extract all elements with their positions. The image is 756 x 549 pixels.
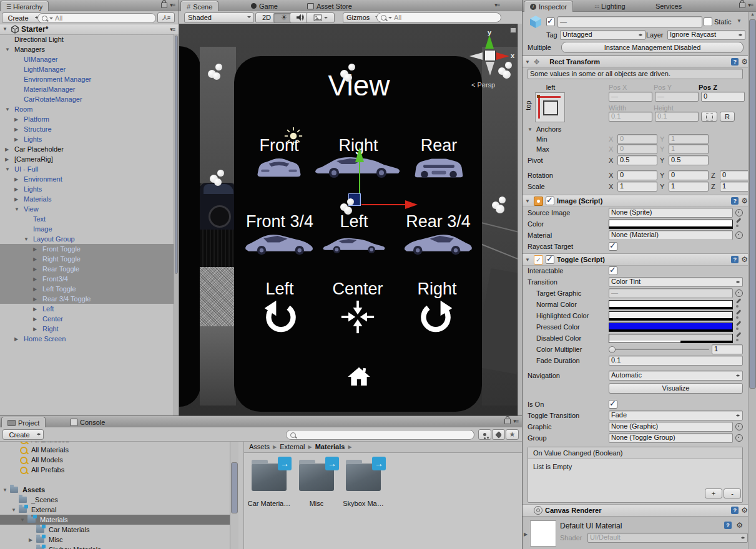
- hierarchy-item-right[interactable]: ▶Right: [0, 324, 174, 334]
- rotation-y-field[interactable]: 0: [669, 170, 709, 180]
- expand-arrow-icon[interactable]: ▶: [14, 197, 18, 202]
- hierarchy-item-right-toggle[interactable]: ▶Right Toggle: [0, 254, 174, 264]
- hierarchy-item-lights[interactable]: ▶Lights: [0, 184, 174, 194]
- expand-arrow-icon[interactable]: ▶: [33, 276, 37, 282]
- lock-icon[interactable]: [739, 2, 745, 8]
- favorites-button[interactable]: ★: [506, 429, 519, 440]
- eyedropper-icon[interactable]: [735, 334, 743, 342]
- source-image-field[interactable]: None (Sprite): [609, 208, 733, 218]
- rotate-left-label[interactable]: Left: [265, 279, 293, 299]
- fade-duration-field[interactable]: 0.1: [609, 356, 743, 366]
- expand-arrow-icon[interactable]: ▶: [14, 117, 18, 122]
- expand-arrow-icon[interactable]: ▶: [33, 266, 37, 272]
- hierarchy-item-front3-4[interactable]: ▶Front3/4: [0, 274, 174, 284]
- expand-arrow-icon[interactable]: ▶: [14, 127, 18, 132]
- foldout-icon[interactable]: ▼: [525, 59, 531, 65]
- color-swatch[interactable]: [609, 220, 733, 229]
- scene-viewport[interactable]: View Front Right Rear Front 3/4 Left Rea…: [179, 24, 522, 415]
- static-checkbox[interactable]: [704, 17, 712, 26]
- project-item-misc[interactable]: ▶Misc: [0, 535, 230, 545]
- eyedropper-icon[interactable]: [735, 323, 743, 331]
- panel-menu-icon[interactable]: ▾≡: [513, 418, 518, 424]
- expand-arrow-icon[interactable]: ▼: [11, 507, 16, 513]
- gizmos-dropdown[interactable]: Gizmos: [343, 12, 381, 23]
- help-icon[interactable]: ?: [731, 507, 739, 514]
- tab-inspector[interactable]: i Inspector: [524, 1, 573, 12]
- hierarchy-item-managers[interactable]: ▼Managers: [0, 44, 174, 54]
- scene-menu-icon[interactable]: ▾≡: [170, 26, 175, 32]
- remove-event-button[interactable]: -: [724, 488, 741, 498]
- expand-arrow-icon[interactable]: ▼: [24, 236, 29, 242]
- hierarchy-item-environment[interactable]: ▶Environment: [0, 174, 174, 184]
- car-front-icon[interactable]: [249, 153, 309, 181]
- object-picker-icon[interactable]: [735, 423, 743, 430]
- hierarchy-item-text[interactable]: Text: [0, 214, 174, 224]
- tab-project[interactable]: Project: [1, 417, 46, 428]
- hierarchy-item-lights[interactable]: ▶Lights: [0, 134, 174, 144]
- hierarchy-item-lightmanager[interactable]: LightManager: [0, 64, 174, 74]
- tab-game[interactable]: Game: [245, 1, 283, 11]
- hierarchy-item-materials[interactable]: ▶Materials: [0, 194, 174, 204]
- hierarchy-item-platform[interactable]: ▶Platform: [0, 114, 174, 124]
- lock-icon[interactable]: [510, 27, 516, 33]
- expand-arrow-icon[interactable]: ▶: [14, 187, 18, 192]
- scene-effects-button[interactable]: [306, 12, 335, 23]
- pressed-color-swatch[interactable]: [609, 323, 733, 332]
- hierarchy-item-rear-3-4-toggle[interactable]: ▶Rear 3/4 Toggle: [0, 294, 174, 304]
- expand-arrow-icon[interactable]: ▶: [33, 306, 37, 312]
- project-item-assets[interactable]: ▼Assets: [0, 485, 230, 495]
- expand-arrow-icon[interactable]: ▶: [5, 157, 9, 162]
- scroll-up-icon[interactable]: ▲: [749, 12, 756, 16]
- hierarchy-item-center[interactable]: ▶Center: [0, 314, 174, 324]
- gizmo-x-cone[interactable]: [496, 52, 509, 60]
- color-multiplier-field[interactable]: 1: [712, 344, 743, 354]
- target-graphic-field[interactable]: —: [609, 288, 733, 298]
- lock-icon[interactable]: [504, 419, 511, 424]
- project-item-car-materials[interactable]: Car Materials: [0, 525, 230, 535]
- toggle-transition-dropdown[interactable]: Fade: [609, 411, 743, 420]
- tab-scene[interactable]: # Scene: [180, 1, 218, 12]
- anchors-foldout-icon[interactable]: ▼: [528, 127, 534, 132]
- scene-orientation-gizmo[interactable]: y x < Persp: [466, 25, 520, 94]
- eyedropper-icon[interactable]: [735, 301, 743, 308]
- visualize-button[interactable]: Visualize: [609, 383, 743, 394]
- hierarchy-item-left-toggle[interactable]: ▶Left Toggle: [0, 284, 174, 294]
- object-name-field[interactable]: —: [557, 16, 702, 27]
- breadcrumb-assets[interactable]: Assets: [249, 443, 270, 450]
- expand-arrow-icon[interactable]: ▶: [33, 286, 37, 292]
- min-y-field[interactable]: 1: [669, 134, 709, 144]
- car-3q-front-icon[interactable]: [242, 230, 317, 257]
- gizmo-x-label[interactable]: x: [511, 52, 514, 59]
- shader-dropdown[interactable]: UI/Default: [587, 533, 748, 543]
- project-item-external[interactable]: ▼External: [0, 505, 230, 515]
- tab-asset-store[interactable]: Asset Store: [302, 1, 358, 11]
- scene-asset-header[interactable]: ▼ Starter* ▾≡: [0, 24, 179, 35]
- inspector-scrollbar[interactable]: ▲: [748, 12, 756, 549]
- expand-arrow-icon[interactable]: ▶: [33, 316, 37, 322]
- expand-arrow-icon[interactable]: ▶: [5, 147, 9, 152]
- expand-arrow-icon[interactable]: ▶: [33, 326, 37, 332]
- object-picker-icon[interactable]: [735, 231, 743, 239]
- expand-arrow-icon[interactable]: ▶: [14, 137, 18, 142]
- hierarchy-item-uimanager[interactable]: UIManager: [0, 54, 174, 64]
- pivot-y-field[interactable]: 0.5: [669, 155, 709, 165]
- panel-menu-icon[interactable]: ▾≡: [748, 2, 753, 8]
- anchor-preset-widget[interactable]: [535, 92, 565, 122]
- component-enabled-checkbox[interactable]: [546, 255, 554, 264]
- width-field[interactable]: 0.1: [609, 112, 652, 122]
- hierarchy-item-room[interactable]: ▼Room: [0, 104, 174, 114]
- transition-dropdown[interactable]: Color Tint: [609, 277, 743, 287]
- rotate-ccw-icon[interactable]: [262, 299, 297, 334]
- car-left-icon[interactable]: [320, 232, 389, 257]
- scene-search-input[interactable]: All: [376, 12, 501, 22]
- disabled-color-swatch[interactable]: [609, 334, 733, 343]
- help-icon[interactable]: ?: [731, 256, 739, 263]
- create-button[interactable]: Create: [2, 429, 44, 440]
- left-toggle-label[interactable]: Left: [340, 212, 368, 231]
- raw-mode-button[interactable]: R: [720, 112, 735, 122]
- gear-icon[interactable]: ⚙: [741, 197, 748, 205]
- toggle-component-header[interactable]: ▼ ✓ Toggle (Script) ? ⚙: [523, 253, 748, 266]
- panel-menu-icon[interactable]: ▾≡: [494, 2, 499, 8]
- expand-arrow-icon[interactable]: ▼: [2, 26, 9, 32]
- expand-arrow-icon[interactable]: ▶: [14, 177, 18, 182]
